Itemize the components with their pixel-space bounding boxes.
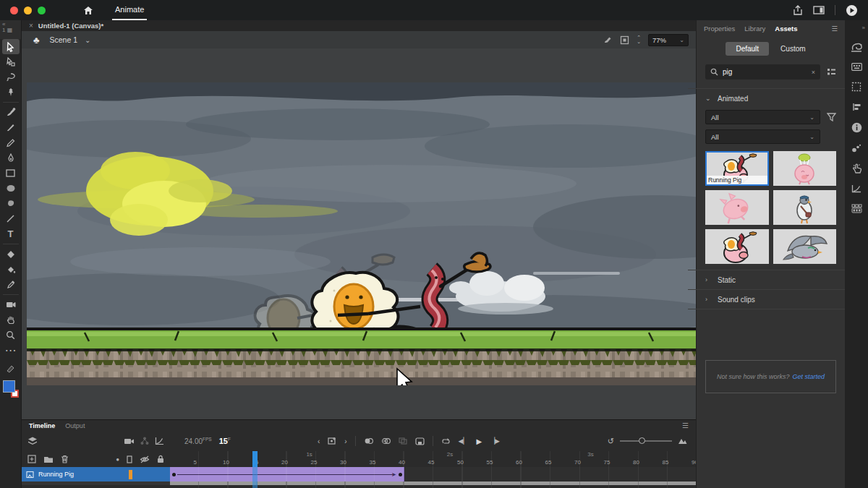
- custom-mode-button[interactable]: Custom: [770, 42, 815, 56]
- layer-name-cell[interactable]: Running Pig: [22, 467, 170, 481]
- step-back-icon[interactable]: ◀▏: [459, 437, 469, 445]
- fit-timeline-icon[interactable]: [678, 438, 687, 445]
- home-icon[interactable]: [83, 6, 93, 15]
- graph-editor-icon[interactable]: [155, 437, 164, 445]
- document-tab[interactable]: Untitled-1 (Canvas)*: [38, 22, 103, 30]
- eraser-tool-icon[interactable]: [2, 247, 20, 262]
- transform-icon[interactable]: [851, 82, 861, 92]
- subcategory-dropdown[interactable]: All⌄: [705, 129, 820, 144]
- frame-rate[interactable]: 24.00FPS 15F: [170, 437, 231, 445]
- tab-properties[interactable]: Properties: [704, 25, 735, 33]
- graph-icon[interactable]: [851, 184, 861, 193]
- brush-settings-icon[interactable]: [851, 144, 861, 153]
- asset-thumb-running-pig[interactable]: Running Pig: [705, 151, 769, 186]
- delete-layer-icon[interactable]: [61, 455, 69, 463]
- timeline-menu-icon[interactable]: ☰: [682, 421, 689, 429]
- oval-tool-icon[interactable]: [2, 181, 20, 196]
- outline-layers-icon[interactable]: [127, 455, 132, 463]
- layers-icon[interactable]: [27, 437, 38, 446]
- hide-layers-icon[interactable]: [140, 455, 150, 463]
- assets-snail-icon[interactable]: [851, 42, 863, 52]
- zoom-tool-icon[interactable]: [2, 328, 20, 343]
- play-icon[interactable]: ▶: [476, 437, 482, 445]
- fluid-brush-tool-icon[interactable]: [2, 105, 20, 120]
- category-dropdown[interactable]: All⌄: [705, 110, 820, 124]
- classic-brush-tool-icon[interactable]: [2, 120, 20, 135]
- get-started-link[interactable]: Get started: [793, 373, 825, 380]
- onion-skin-outlines-icon[interactable]: [381, 437, 391, 445]
- list-view-icon[interactable]: [827, 68, 836, 77]
- stroke-color-chip[interactable]: [2, 361, 20, 376]
- tab-output[interactable]: Output: [65, 422, 85, 429]
- subselection-tool-icon[interactable]: [2, 54, 20, 69]
- step-forward-icon[interactable]: ▕▶: [490, 437, 500, 445]
- lasso-tool-icon[interactable]: [2, 69, 20, 85]
- zoom-stepper[interactable]: ⌃⌄: [637, 35, 641, 44]
- asset-thumb-jumping-pig[interactable]: [705, 190, 769, 225]
- text-tool-icon[interactable]: T: [2, 226, 20, 241]
- camera-tool-icon[interactable]: [2, 297, 20, 312]
- asset-warp-tool-icon[interactable]: [2, 85, 20, 100]
- primitive-tool-icon[interactable]: [2, 196, 20, 211]
- create-clip-icon[interactable]: [415, 437, 425, 445]
- components-icon[interactable]: [851, 204, 862, 213]
- fill-color-swatch[interactable]: [3, 380, 15, 393]
- pen-tool-icon[interactable]: [2, 150, 20, 166]
- highlight-layers-dot-icon[interactable]: ●: [116, 456, 119, 463]
- clip-content-icon[interactable]: [620, 35, 629, 45]
- playhead[interactable]: [252, 451, 258, 467]
- clear-search-icon[interactable]: ×: [812, 69, 815, 76]
- new-layer-icon[interactable]: [27, 455, 36, 463]
- asset-thumb-flying-pigeon[interactable]: [773, 229, 837, 264]
- test-movie-icon[interactable]: [846, 4, 858, 17]
- asset-search-input[interactable]: pig ×: [705, 64, 820, 80]
- share-icon[interactable]: [793, 5, 803, 16]
- tab-animate[interactable]: Animate: [112, 0, 147, 20]
- tab-library[interactable]: Library: [744, 25, 765, 33]
- tab-assets[interactable]: Assets: [775, 25, 797, 33]
- new-folder-icon[interactable]: [43, 455, 54, 463]
- asset-thumb-parachute-pig[interactable]: [773, 151, 837, 186]
- minimize-window-button[interactable]: [24, 7, 32, 14]
- pencil-tool-icon[interactable]: [2, 135, 20, 150]
- edit-multiple-frames-icon[interactable]: [399, 437, 407, 445]
- section-sound-clips[interactable]: › Sound clips: [705, 290, 836, 309]
- layer-parenting-icon[interactable]: [140, 437, 149, 445]
- loop-icon[interactable]: [441, 437, 451, 445]
- collapse-panels-icon[interactable]: »: [862, 25, 868, 31]
- lock-layers-icon[interactable]: [157, 455, 164, 463]
- hand-tool-icon[interactable]: [2, 312, 20, 328]
- eyedropper-tool-icon[interactable]: [2, 277, 20, 292]
- collapsed-panel-toggle[interactable]: «1 ▦: [0, 20, 21, 39]
- gesture-icon[interactable]: [852, 163, 861, 174]
- asset-thumb-standing-pigeon[interactable]: [773, 190, 837, 225]
- close-window-button[interactable]: [10, 7, 18, 14]
- more-tools-icon[interactable]: ⋯: [2, 343, 20, 358]
- edit-scene-icon[interactable]: ♣: [33, 35, 40, 46]
- section-static[interactable]: › Static: [705, 270, 836, 289]
- rectangle-tool-icon[interactable]: [2, 166, 20, 181]
- paint-bucket-tool-icon[interactable]: [2, 262, 20, 277]
- onion-skin-icon[interactable]: [364, 437, 373, 445]
- info-icon[interactable]: [851, 122, 862, 133]
- keypad-icon[interactable]: [851, 63, 862, 71]
- timeline-zoom-slider[interactable]: [620, 440, 672, 442]
- next-keyframe-icon[interactable]: ›: [344, 437, 346, 445]
- selection-tool-icon[interactable]: [2, 39, 20, 54]
- tab-timeline[interactable]: Timeline: [29, 422, 55, 429]
- previous-keyframe-icon[interactable]: ‹: [318, 437, 320, 445]
- asset-thumb-running-pig-2[interactable]: [705, 229, 769, 264]
- close-document-icon[interactable]: ×: [29, 22, 33, 30]
- layer-outline-color[interactable]: [129, 470, 132, 479]
- pasteboard[interactable]: [22, 48, 696, 419]
- filter-icon[interactable]: [827, 113, 836, 121]
- zoom-window-button[interactable]: [38, 7, 46, 14]
- workspace-icon[interactable]: [813, 6, 825, 14]
- panel-menu-icon[interactable]: ☰: [831, 25, 838, 33]
- rotation-icon[interactable]: [603, 35, 613, 45]
- insert-keyframe-icon[interactable]: [328, 437, 336, 445]
- scene-chevron-down-icon[interactable]: ⌄: [85, 36, 90, 44]
- add-camera-icon[interactable]: [124, 437, 135, 445]
- reset-timeline-zoom-icon[interactable]: ↺: [608, 437, 614, 446]
- section-animated[interactable]: ⌄ Animated: [705, 89, 836, 108]
